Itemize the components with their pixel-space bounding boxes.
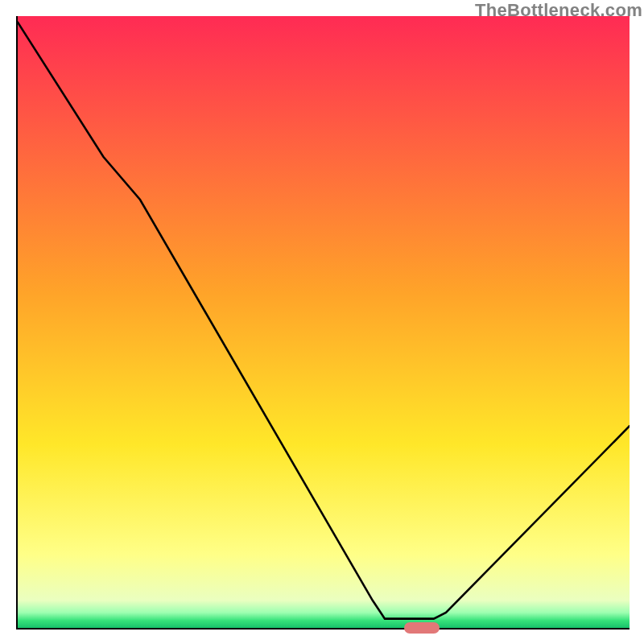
minimum-marker (404, 622, 440, 634)
chart-curve (18, 16, 630, 628)
chart-plot-area (16, 16, 630, 630)
